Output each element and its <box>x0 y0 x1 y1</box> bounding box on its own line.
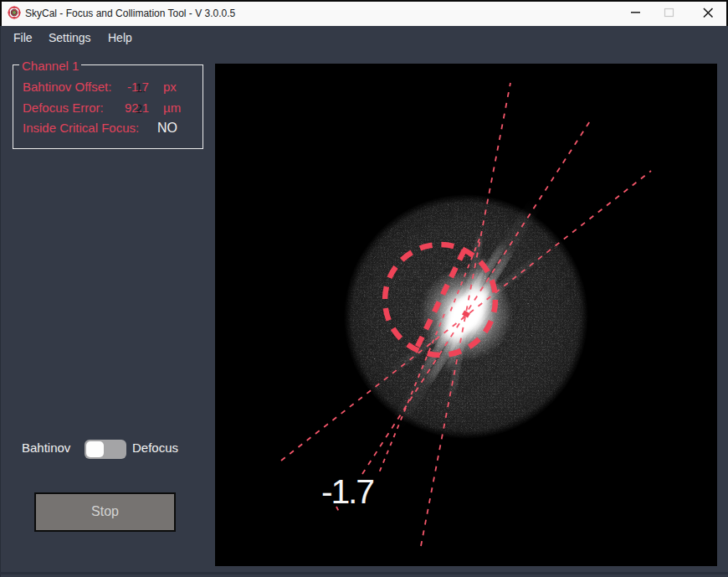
svg-text:-1.7: -1.7 <box>321 472 373 511</box>
